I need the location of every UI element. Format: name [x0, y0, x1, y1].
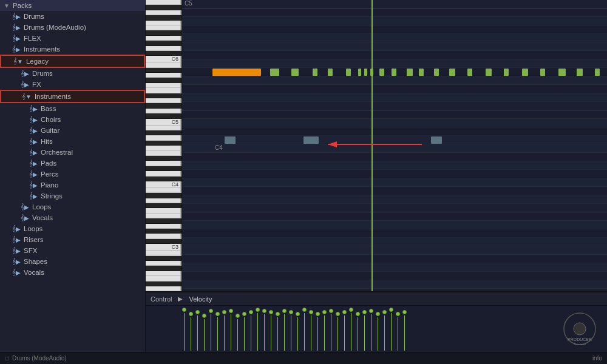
white-key[interactable]	[146, 214, 181, 218]
control-tab[interactable]: Control	[151, 295, 172, 303]
black-key[interactable]	[146, 193, 170, 198]
black-key[interactable]	[146, 266, 170, 271]
vel-dot-18[interactable]	[302, 308, 307, 312]
vel-dot-15[interactable]	[282, 309, 287, 313]
vel-dot-26[interactable]	[356, 312, 360, 316]
white-key[interactable]	[146, 62, 181, 67]
sidebar-item-shapes[interactable]: 𝄞 ▶Shapes	[0, 256, 145, 267]
vel-dot-12[interactable]	[262, 309, 266, 313]
white-key[interactable]	[146, 21, 181, 25]
black-key[interactable]	[146, 239, 170, 244]
vel-dot-7[interactable]	[229, 309, 233, 313]
vel-dot-14[interactable]	[276, 312, 280, 316]
sidebar-item-bass[interactable]: 𝄞 ▶Bass	[0, 103, 145, 114]
vel-dot-3[interactable]	[202, 314, 206, 318]
vel-dot-32[interactable]	[396, 312, 400, 316]
black-key[interactable]	[146, 68, 170, 73]
white-key[interactable]	[146, 83, 181, 88]
white-key[interactable]: C5	[146, 119, 181, 126]
sidebar-item-strings[interactable]: 𝄞 ▶Strings	[0, 190, 145, 201]
black-key[interactable]	[146, 218, 170, 223]
white-key[interactable]	[146, 25, 181, 30]
vel-dot-9[interactable]	[242, 312, 246, 316]
sidebar-item-choirs[interactable]: 𝄞 ▶Choirs	[0, 114, 145, 125]
white-key[interactable]	[146, 161, 181, 166]
vel-dot-4[interactable]	[209, 309, 213, 313]
sidebar-item-loops[interactable]: 𝄞 ▶Loops	[0, 201, 145, 212]
sidebar-item-drums-modeaudio[interactable]: 𝄞 ▶Drums (ModeAudio)	[0, 22, 145, 33]
white-key[interactable]	[146, 171, 181, 176]
white-key[interactable]	[146, 151, 181, 156]
sidebar-item-orchestral[interactable]: 𝄞 ▶Orchestral	[0, 147, 145, 158]
vel-dot-13[interactable]	[269, 310, 273, 314]
vel-dot-16[interactable]	[289, 310, 293, 314]
black-key[interactable]	[146, 93, 170, 98]
sidebar-item-vocals[interactable]: 𝄞 ▶Vocals	[0, 212, 145, 223]
vel-dot-24[interactable]	[342, 310, 347, 314]
vel-dot-28[interactable]	[369, 309, 373, 313]
vel-dot-30[interactable]	[382, 310, 387, 314]
sidebar-item-instruments[interactable]: 𝄞 ▶Instruments	[0, 44, 145, 55]
white-key[interactable]	[146, 46, 181, 51]
white-key[interactable]	[146, 88, 181, 93]
vel-dot-27[interactable]	[362, 310, 367, 314]
vel-dot-17[interactable]	[296, 312, 300, 316]
white-key[interactable]: C4	[146, 181, 181, 188]
sidebar-item-percs[interactable]: 𝄞 ▶Percs	[0, 169, 145, 180]
vel-dot-33[interactable]	[402, 310, 407, 314]
sidebar-item-legacy-fx[interactable]: 𝄞 ▶FX	[0, 79, 145, 90]
white-key[interactable]: C6	[146, 56, 181, 62]
black-key[interactable]	[146, 51, 170, 56]
sidebar-item-legacy-instruments[interactable]: 𝄞 ▼Instruments	[0, 90, 145, 103]
vel-dot-29[interactable]	[376, 312, 380, 316]
white-key[interactable]	[146, 261, 181, 266]
white-key[interactable]	[146, 0, 181, 5]
sidebar-item-risers[interactable]: 𝄞 ▶Risers	[0, 234, 145, 245]
black-key[interactable]	[146, 130, 170, 135]
black-key[interactable]	[146, 30, 170, 35]
white-key[interactable]	[146, 271, 181, 276]
sidebar-item-legacy[interactable]: 𝄞 ▼Legacy	[0, 55, 145, 68]
vel-dot-21[interactable]	[322, 310, 327, 314]
white-key[interactable]	[146, 198, 181, 203]
white-key[interactable]	[146, 146, 181, 150]
black-key[interactable]	[146, 41, 170, 46]
black-key[interactable]	[146, 229, 170, 234]
velocity-tab[interactable]: Velocity	[189, 295, 212, 303]
black-key[interactable]	[146, 166, 170, 171]
vel-dot-0[interactable]	[182, 308, 186, 312]
white-key[interactable]	[146, 36, 181, 41]
vel-dot-31[interactable]	[389, 308, 393, 312]
sidebar-item-pads[interactable]: 𝄞 ▶Pads	[0, 158, 145, 169]
black-key[interactable]	[146, 113, 170, 118]
white-key[interactable]	[146, 286, 181, 291]
sidebar-item-drums[interactable]: 𝄞 ▶Drums	[0, 11, 145, 22]
sidebar-item-guitar[interactable]: 𝄞 ▶Guitar	[0, 125, 145, 136]
vel-dot-19[interactable]	[309, 310, 313, 314]
vel-dot-2[interactable]	[195, 310, 200, 314]
sidebar-item-legacy-drums[interactable]: 𝄞 ▶Drums	[0, 68, 145, 79]
sidebar-item-top-loops[interactable]: 𝄞 ▶Loops	[0, 223, 145, 234]
vel-dot-22[interactable]	[329, 309, 333, 313]
sidebar-item-flex[interactable]: 𝄞 ▶FLEX	[0, 33, 145, 44]
grid-area[interactable]: C5 C4	[182, 0, 607, 291]
white-key[interactable]	[146, 109, 181, 113]
white-key[interactable]	[146, 135, 181, 140]
black-key[interactable]	[146, 15, 170, 20]
white-key[interactable]	[146, 188, 181, 193]
white-key[interactable]	[146, 276, 181, 281]
black-key[interactable]	[146, 203, 170, 208]
white-key[interactable]	[146, 10, 181, 15]
sidebar-item-packs[interactable]: ▼Packs	[0, 0, 145, 11]
vel-dot-25[interactable]	[349, 308, 353, 312]
vel-dot-8[interactable]	[236, 314, 240, 318]
vel-dot-5[interactable]	[215, 312, 220, 316]
vel-dot-11[interactable]	[256, 308, 260, 312]
vel-dot-23[interactable]	[336, 312, 340, 316]
black-key[interactable]	[146, 256, 170, 261]
black-key[interactable]	[146, 141, 170, 146]
vel-dot-6[interactable]	[222, 310, 226, 314]
white-key[interactable]	[146, 234, 181, 238]
vel-dot-10[interactable]	[249, 310, 253, 314]
black-key[interactable]	[146, 5, 170, 10]
